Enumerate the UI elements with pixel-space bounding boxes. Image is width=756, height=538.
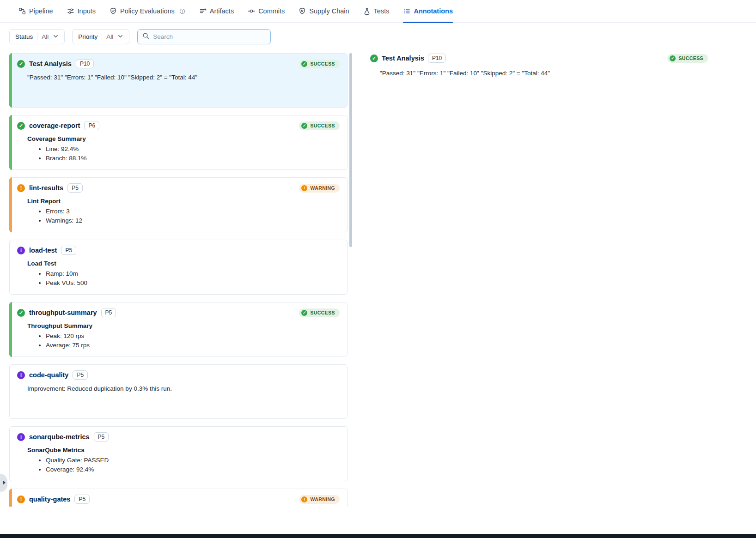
search-icon bbox=[142, 32, 149, 41]
list-scrollbar-thumb[interactable] bbox=[349, 53, 352, 247]
annotation-status-icon: i bbox=[17, 433, 25, 441]
annotation-card[interactable]: i load-test P5 Load Test Ramp: 10mPeak V… bbox=[9, 240, 348, 295]
annotation-card-header: i sonarqube-metrics P5 bbox=[17, 432, 340, 441]
annotation-card[interactable]: ! lint-results P5 ! WARNING Lint Report … bbox=[9, 177, 348, 232]
annotation-card-body: SonarQube Metrics Quality Gate: PASSEDCo… bbox=[27, 447, 340, 473]
annotation-title: load-test bbox=[29, 247, 57, 254]
annotation-heading: Coverage Summary bbox=[27, 135, 340, 142]
priority-filter-dropdown[interactable]: Priority All bbox=[72, 29, 129, 44]
detail-status-icon: ✓ bbox=[370, 54, 378, 62]
policy-evaluations-icon bbox=[110, 7, 117, 15]
status-badge-icon: ! bbox=[301, 185, 307, 191]
priority-chip: P5 bbox=[94, 432, 109, 441]
annotation-status-icon: i bbox=[17, 371, 25, 379]
chevron-down-icon bbox=[53, 33, 59, 41]
tab-bar: Pipeline Inputs Policy Evaluations Artif… bbox=[0, 0, 756, 23]
annotation-title: Test Analysis bbox=[29, 60, 72, 67]
inputs-icon bbox=[67, 7, 74, 15]
annotation-status-icon: ! bbox=[17, 496, 25, 503]
divider bbox=[102, 33, 102, 41]
priority-chip: P6 bbox=[84, 121, 99, 130]
annotation-card[interactable]: i sonarqube-metrics P5 SonarQube Metrics… bbox=[9, 426, 348, 481]
bullet-item: Ramp: 10m bbox=[46, 270, 340, 277]
annotation-title: sonarqube-metrics bbox=[29, 433, 90, 441]
annotation-bullets: Peak: 120 rpsAverage: 75 rps bbox=[27, 332, 340, 349]
status-badge-icon: ! bbox=[301, 496, 307, 502]
status-filter-dropdown[interactable]: Status All bbox=[9, 29, 65, 44]
status-badge-icon: ✓ bbox=[301, 310, 307, 316]
detail-body-text: "Passed: 31" "Errors: 1" "Failed: 10" "S… bbox=[380, 69, 756, 78]
status-badge: ✓ SUCCESS bbox=[299, 60, 340, 68]
detail-priority-chip: P10 bbox=[428, 54, 446, 63]
annotation-card-body: Coverage Summary Line: 92.4%Branch: 88.1… bbox=[27, 135, 340, 162]
annotation-bullets: Errors: 3Warnings: 12 bbox=[27, 208, 340, 224]
bullet-item: Warnings: 12 bbox=[46, 217, 340, 224]
annotations-icon bbox=[403, 7, 410, 15]
filter-bar: Status All Priority All bbox=[9, 29, 271, 44]
status-badge-icon: ✓ bbox=[301, 123, 307, 129]
tests-icon bbox=[363, 7, 371, 15]
expand-arrow-icon bbox=[3, 480, 6, 485]
annotation-card-header: ! quality-gates P5 ! WARNING bbox=[17, 495, 340, 504]
bullet-item: Average: 75 rps bbox=[46, 342, 340, 349]
annotation-list: ✓ Test Analysis P10 ✓ SUCCESS "Passed: 3… bbox=[9, 53, 348, 507]
annotation-card-header: ✓ throughput-summary P5 ✓ SUCCESS bbox=[17, 308, 340, 317]
priority-chip: P5 bbox=[67, 183, 83, 193]
annotation-card-body: Improvement: Reduced duplication by 0.3%… bbox=[27, 385, 340, 393]
search-box bbox=[137, 29, 271, 44]
priority-chip: P10 bbox=[76, 59, 94, 68]
status-badge-label: SUCCESS bbox=[310, 123, 335, 128]
annotation-heading: Lint Report bbox=[27, 198, 340, 205]
status-badge: ! WARNING bbox=[299, 184, 340, 193]
annotation-card-header: ✓ Test Analysis P10 ✓ SUCCESS bbox=[17, 59, 340, 68]
annotation-card[interactable]: ✓ coverage-report P6 ✓ SUCCESS Coverage … bbox=[9, 115, 348, 170]
tab-artifacts[interactable]: Artifacts bbox=[199, 0, 234, 23]
priority-chip: P5 bbox=[101, 308, 116, 317]
annotation-bullets: Line: 92.4%Branch: 88.1% bbox=[27, 145, 340, 162]
annotation-title: coverage-report bbox=[29, 122, 80, 129]
tab-label: Tests bbox=[374, 7, 390, 15]
tab-tests[interactable]: Tests bbox=[363, 0, 390, 23]
bullet-item: Errors: 3 bbox=[46, 208, 340, 215]
tab-commits[interactable]: Commits bbox=[248, 0, 285, 23]
sidebar-expand-button[interactable] bbox=[0, 474, 7, 491]
annotation-card-header: i code-quality P5 bbox=[17, 370, 340, 380]
bullet-item: Line: 92.4% bbox=[46, 145, 340, 152]
search-input[interactable] bbox=[153, 33, 266, 40]
tab-label: Commits bbox=[258, 7, 285, 15]
annotation-card[interactable]: ! quality-gates P5 ! WARNING Quality Gat… bbox=[9, 489, 348, 507]
status-filter-label: Status bbox=[15, 33, 33, 40]
detail-header: ✓ Test Analysis P10 ✓ SUCCESS bbox=[363, 54, 756, 63]
bullet-item: Peak VUs: 500 bbox=[46, 279, 340, 286]
bullet-item: Quality Gate: PASSED bbox=[46, 457, 340, 464]
annotation-card-header: ✓ coverage-report P6 ✓ SUCCESS bbox=[17, 121, 340, 130]
tab-supply-chain[interactable]: Supply Chain bbox=[299, 0, 349, 23]
tab-pipeline[interactable]: Pipeline bbox=[18, 0, 53, 23]
pipeline-icon bbox=[18, 7, 26, 15]
annotation-card-body: "Passed: 31" "Errors: 1" "Failed: 10" "S… bbox=[27, 73, 340, 82]
status-badge: ✓ SUCCESS bbox=[299, 308, 340, 317]
tab-inputs[interactable]: Inputs bbox=[67, 0, 96, 23]
annotation-card[interactable]: ✓ Test Analysis P10 ✓ SUCCESS "Passed: 3… bbox=[9, 53, 348, 108]
annotation-bullets: Ramp: 10mPeak VUs: 500 bbox=[27, 270, 340, 286]
annotation-card[interactable]: ✓ throughput-summary P5 ✓ SUCCESS Throug… bbox=[9, 302, 348, 357]
priority-filter-value: All bbox=[106, 33, 113, 40]
detail-status-badge-icon: ✓ bbox=[670, 55, 676, 61]
annotation-card[interactable]: i code-quality P5 Improvement: Reduced d… bbox=[9, 364, 348, 419]
annotation-card-header: ! lint-results P5 ! WARNING bbox=[17, 183, 340, 193]
bottom-bar bbox=[0, 534, 756, 538]
tab-label: Supply Chain bbox=[309, 7, 349, 15]
status-badge-icon: ✓ bbox=[301, 61, 307, 67]
annotation-card-body: Lint Report Errors: 3Warnings: 12 bbox=[27, 198, 340, 224]
annotation-title: throughput-summary bbox=[29, 309, 97, 316]
tab-label: Pipeline bbox=[29, 7, 53, 15]
annotation-title: quality-gates bbox=[29, 496, 70, 503]
status-badge-label: WARNING bbox=[310, 496, 335, 502]
tab-label: Policy Evaluations bbox=[120, 7, 175, 15]
annotation-status-icon: ✓ bbox=[17, 122, 25, 130]
tab-annotations[interactable]: Annotations bbox=[403, 0, 453, 23]
tab-policy-evaluations[interactable]: Policy Evaluations bbox=[110, 0, 185, 23]
bullet-item: Peak: 120 rps bbox=[46, 332, 340, 339]
detail-status-badge: ✓ SUCCESS bbox=[667, 54, 708, 63]
annotation-status-icon: ✓ bbox=[17, 309, 25, 317]
